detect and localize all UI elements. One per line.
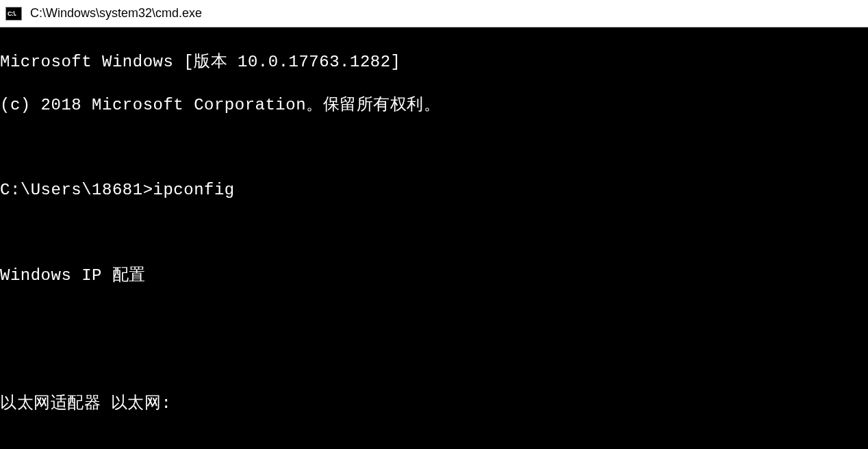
config-header: Windows IP 配置 [0,265,868,286]
cmd-icon-text: C:\. [8,10,16,17]
blank-line [0,307,868,329]
terminal-output[interactable]: Microsoft Windows [版本 10.0.17763.1282] (… [0,27,868,449]
adapter-header: 以太网适配器 以太网: [0,393,868,414]
blank-line [0,222,868,244]
blank-line [0,137,868,158]
blank-line [0,436,868,449]
titlebar-title: C:\Windows\system32\cmd.exe [30,6,202,21]
titlebar[interactable]: C:\. C:\Windows\system32\cmd.exe [0,0,868,27]
prompt-line: C:\Users\18681>ipconfig [0,179,868,201]
blank-line [0,350,868,372]
cmd-icon: C:\. [5,7,22,21]
copyright-line: (c) 2018 Microsoft Corporation。保留所有权利。 [0,94,868,116]
version-line: Microsoft Windows [版本 10.0.17763.1282] [0,51,868,73]
